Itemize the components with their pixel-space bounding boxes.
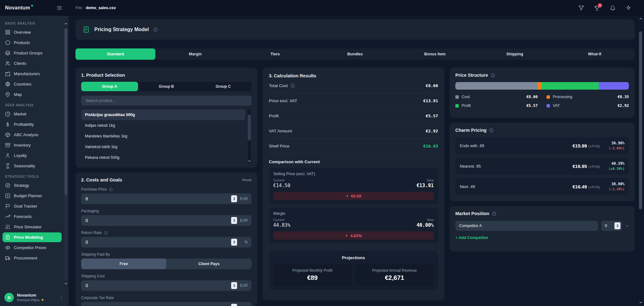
return-rate-input[interactable]: 0%: [81, 237, 252, 248]
product-list-item[interactable]: Indijas rieksti 1kg: [81, 120, 245, 131]
tab-margin[interactable]: Margin: [155, 48, 235, 60]
field-label: Purchase Price: [81, 187, 252, 192]
notifications-icon[interactable]: [610, 5, 616, 11]
tab-bundles[interactable]: Bundles: [315, 48, 395, 60]
competitor-price-input[interactable]: 0: [601, 221, 622, 231]
tab-shipping[interactable]: Shipping: [475, 48, 555, 60]
scroll-up-icon[interactable]: [639, 17, 642, 20]
stepper-control[interactable]: [614, 222, 620, 229]
sidebar-item-clients[interactable]: Clients: [3, 58, 63, 68]
hexagon-icon: [5, 40, 10, 45]
group-tab-group-c[interactable]: Group C: [195, 82, 252, 91]
list-scrollbar-thumb[interactable]: [248, 114, 251, 141]
sidebar-item-loyalty[interactable]: Loyalty: [3, 151, 63, 160]
corporate-tax-rate-input[interactable]: [81, 302, 252, 306]
sidebar-item-label: Countries: [14, 82, 31, 86]
group-tab-group-a[interactable]: Group A: [81, 82, 138, 91]
toggle-option-free[interactable]: Free: [81, 259, 166, 269]
tab-standard[interactable]: Standard: [75, 48, 155, 60]
product-list-item[interactable]: Pistācijas grauzdētas 500g: [81, 109, 245, 120]
add-competitor-link[interactable]: + Add Competitor: [455, 236, 629, 240]
charm-row-next-49[interactable]: Next .49€16.49(+PVN)38.80%(-1.20%): [455, 178, 629, 195]
sidebar-scrollbar[interactable]: [64, 17, 68, 286]
sidebar-item-budget-planner[interactable]: Budget Planner: [3, 191, 63, 201]
sidebar-item-market[interactable]: Market: [3, 109, 63, 119]
tab-tiers[interactable]: Tiers: [235, 48, 315, 60]
stepper-control[interactable]: [231, 195, 237, 202]
sidebar-item-label: Inventory: [14, 143, 31, 147]
sidebar-item-map[interactable]: Map: [3, 90, 63, 99]
charm-row-nearest-95[interactable]: Nearest .95€16.95(+PVN)40.39%(+0.39%): [455, 158, 629, 175]
scroll-down-icon[interactable]: [64, 282, 68, 285]
product-list-item[interactable]: Valrieksti lobīti 1kg: [81, 142, 245, 152]
shipping-cost-input[interactable]: 0EUR: [81, 280, 252, 291]
pie-icon: [5, 111, 10, 117]
sidebar-scrollbar-thumb[interactable]: [64, 28, 67, 195]
product-search[interactable]: [81, 96, 252, 106]
sidebar-toggle-icon[interactable]: [57, 5, 62, 11]
sidebar-item-goal-tracker[interactable]: Goal Tracker: [3, 201, 63, 211]
sidebar-item-abc-analysis[interactable]: ABC Analysis: [3, 130, 63, 140]
info-icon[interactable]: [492, 211, 497, 216]
sidebar-item-inventory[interactable]: Inventory: [3, 140, 63, 150]
sidebar-item-profitability[interactable]: Profitability: [3, 120, 63, 129]
sidebar-item-forecasts[interactable]: Forecasts: [3, 212, 63, 221]
info-icon[interactable]: [104, 231, 108, 235]
info-icon[interactable]: [153, 27, 158, 32]
input-value: 0: [86, 283, 231, 288]
packaging-input[interactable]: 0EUR: [81, 215, 252, 226]
sidebar-item-procurement[interactable]: Procurement: [3, 253, 63, 263]
product-list: Pistācijas grauzdētas 500gIndijas riekst…: [81, 109, 252, 164]
user-card[interactable]: N Novantum Premium Plāns ★ ⋮: [0, 289, 69, 306]
sidebar-item-seasonality[interactable]: Seasonality: [3, 161, 63, 171]
sidebar-item-competitor-prices[interactable]: Competitor Prices: [3, 243, 63, 253]
group-tab-group-b[interactable]: Group B: [138, 82, 195, 91]
input-unit: EUR: [237, 197, 248, 201]
bar-segment-processing: [538, 82, 541, 90]
sidebar-item-countries[interactable]: Countries: [3, 79, 63, 89]
reset-button[interactable]: Reset: [242, 178, 252, 182]
achievements-icon[interactable]: 1: [594, 5, 600, 11]
info-icon[interactable]: [489, 128, 494, 133]
sidebar-item-strategy[interactable]: Strategy: [3, 181, 63, 190]
user-menu-icon[interactable]: ⋮: [59, 295, 64, 300]
sidebar-item-price-simulator[interactable]: Price Simulator: [3, 222, 63, 232]
scroll-down-icon[interactable]: [248, 159, 251, 163]
product-list-item[interactable]: Mandeles blanšētas 1kg: [81, 131, 245, 142]
stepper-control[interactable]: [231, 217, 237, 224]
scroll-down-icon[interactable]: [639, 301, 642, 304]
info-icon[interactable]: [491, 73, 495, 78]
product-list-scrollbar[interactable]: [247, 109, 252, 164]
topbar: Novantum File: demo_sales.csv 1: [0, 0, 644, 16]
result-row-total-cost: Total Cost€8.00: [269, 78, 438, 93]
tab-bonus-item[interactable]: Bonus Item: [395, 48, 475, 60]
main-scrollbar-thumb[interactable]: [639, 31, 642, 209]
info-icon[interactable]: [109, 187, 113, 192]
layers-icon: [5, 50, 10, 56]
competitor-row: Competitor A 0 ×: [455, 221, 629, 231]
toggle-option-client-pays[interactable]: Client Pays: [166, 259, 252, 269]
competitor-name-input[interactable]: Competitor A: [455, 221, 598, 231]
app-logo[interactable]: Novantum: [5, 5, 30, 11]
stepper-control[interactable]: [231, 282, 237, 289]
stepper-control[interactable]: [231, 304, 237, 306]
sidebar-item-price-modeling[interactable]: Price Modeling: [3, 232, 62, 242]
product-list-item[interactable]: Pekana rieksti 500g: [81, 152, 245, 163]
main-scrollbar[interactable]: [638, 16, 643, 305]
stepper-control[interactable]: [231, 239, 237, 246]
tab-what-if[interactable]: What-If: [555, 48, 635, 60]
search-input[interactable]: [86, 98, 247, 103]
ai-assistant-icon[interactable]: [625, 5, 631, 11]
charm-vat-suffix: (+PVN): [589, 165, 600, 169]
sidebar-item-products[interactable]: Products: [3, 38, 63, 47]
pricing-model-tabs: StandardMarginTiersBundlesBonus ItemShip…: [75, 48, 635, 60]
sidebar-item-product-groups[interactable]: Product Groups: [3, 48, 63, 58]
scroll-up-icon[interactable]: [64, 22, 68, 25]
info-icon[interactable]: [290, 83, 295, 88]
filter-icon[interactable]: [578, 5, 584, 11]
sidebar-item-manufacturers[interactable]: Manufacturers: [3, 69, 63, 79]
sidebar-item-overview[interactable]: Overview: [3, 27, 63, 37]
charm-row-ends-with-99[interactable]: Ends with .99€15.99(+PVN)36.96%(-3.04%): [455, 137, 629, 154]
remove-competitor-button[interactable]: ×: [625, 224, 629, 228]
purchase-price-input[interactable]: 8EUR: [81, 193, 252, 204]
